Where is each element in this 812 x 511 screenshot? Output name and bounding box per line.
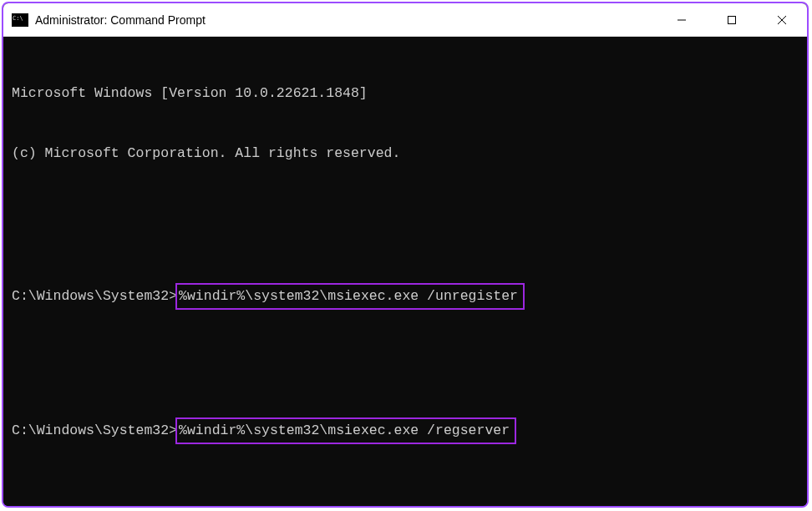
highlighted-command-1: %windir%\system32\msiexec.exe /unregiste… xyxy=(175,283,525,310)
command-prompt-window: Administrator: Command Prompt Microsoft xyxy=(2,2,809,508)
prompt: C:\Windows\System32> xyxy=(12,421,177,441)
window-controls xyxy=(657,3,807,36)
command-line-1: C:\Windows\System32>%windir%\system32\ms… xyxy=(12,283,799,310)
command-line-2: C:\Windows\System32>%windir%\system32\ms… xyxy=(12,417,799,444)
blank-line xyxy=(12,350,799,358)
terminal-area[interactable]: Microsoft Windows [Version 10.0.22621.18… xyxy=(3,37,807,506)
version-line: Microsoft Windows [Version 10.0.22621.18… xyxy=(12,83,799,104)
svg-rect-1 xyxy=(728,16,736,23)
blank-line xyxy=(12,484,799,493)
prompt: C:\Windows\System32> xyxy=(12,286,177,306)
close-icon xyxy=(777,15,787,25)
highlighted-command-2: %windir%\system32\msiexec.exe /regserver xyxy=(175,417,516,444)
copyright-line: (c) Microsoft Corporation. All rights re… xyxy=(12,144,799,164)
app-icon xyxy=(12,13,28,27)
maximize-button[interactable] xyxy=(707,3,757,36)
window-title: Administrator: Command Prompt xyxy=(35,13,657,27)
maximize-icon xyxy=(727,15,737,25)
minimize-button[interactable] xyxy=(657,3,707,36)
close-button[interactable] xyxy=(757,3,807,36)
titlebar[interactable]: Administrator: Command Prompt xyxy=(3,3,807,37)
blank-line xyxy=(12,203,799,223)
minimize-icon xyxy=(677,15,687,25)
